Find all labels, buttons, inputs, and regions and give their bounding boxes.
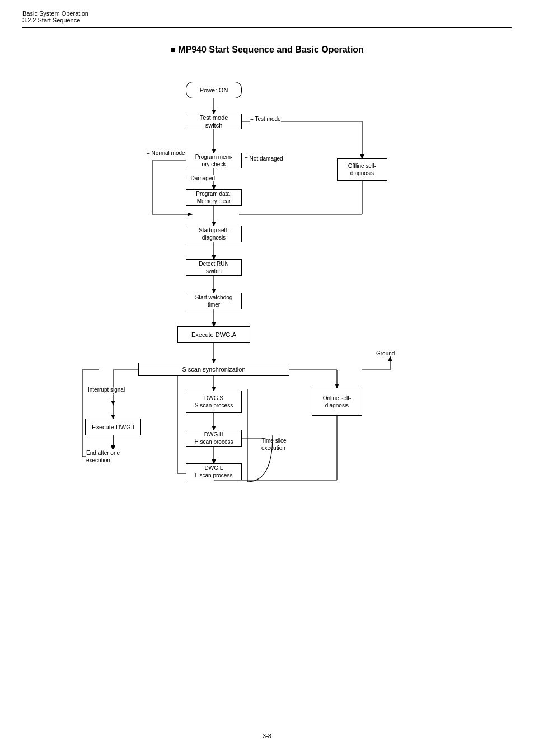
box-dwg-s: DWG.S S scan process — [186, 391, 242, 413]
box-detect-run-switch: Detect RUN switch — [186, 259, 242, 276]
label-normal-mode: = Normal mode — [147, 150, 185, 156]
box-program-memory-check: Program mem- ory check — [186, 153, 242, 168]
box-s-scan-sync: S scan synchronization — [138, 363, 289, 376]
diagram-svg — [26, 72, 508, 603]
box-dwg-l: DWG.L L scan process — [186, 463, 242, 480]
box-start-watchdog-timer: Start watchdog timer — [186, 293, 242, 309]
page-number: 3-8 — [263, 732, 271, 739]
box-online-self-diagnosis: Online self- diagnosis — [312, 388, 362, 416]
header-divider — [22, 27, 512, 28]
diagram-container: Power ON Test mode switch = Test mode = … — [26, 72, 508, 603]
label-test-mode: = Test mode — [250, 116, 281, 122]
box-program-data-memory-clear: Program data: Memory clear — [186, 189, 242, 206]
label-ground: Ground — [376, 350, 395, 356]
box-test-mode-switch: Test mode switch — [186, 114, 242, 129]
box-dwg-h: DWG.H H scan process — [186, 430, 242, 447]
page-title: MP940 Start Sequence and Basic Operation — [0, 45, 534, 55]
arrow-interrupt — [110, 395, 121, 406]
brace-time-slice — [242, 389, 275, 482]
main-title: Basic System Operation — [22, 10, 512, 17]
label-interrupt-signal: Interrupt signal — [88, 387, 125, 393]
label-end-after: End after one execution — [86, 449, 120, 464]
sub-title: 3.2.2 Start Sequence — [22, 17, 512, 24]
box-execute-dwg-a: Execute DWG.A — [177, 326, 250, 343]
box-execute-dwg-i: Execute DWG.I — [85, 419, 141, 435]
page-footer: 3-8 — [0, 732, 534, 739]
box-startup-self-diagnosis: Startup self- diagnosis — [186, 226, 242, 242]
arrow-end-exec — [110, 435, 121, 451]
label-not-damaged: = Not damaged — [245, 156, 283, 162]
box-power-on: Power ON — [186, 82, 242, 98]
label-damaged: = Damaged — [186, 175, 215, 181]
box-offline-self-diagnosis: Offline self- diagnosis — [337, 158, 387, 181]
